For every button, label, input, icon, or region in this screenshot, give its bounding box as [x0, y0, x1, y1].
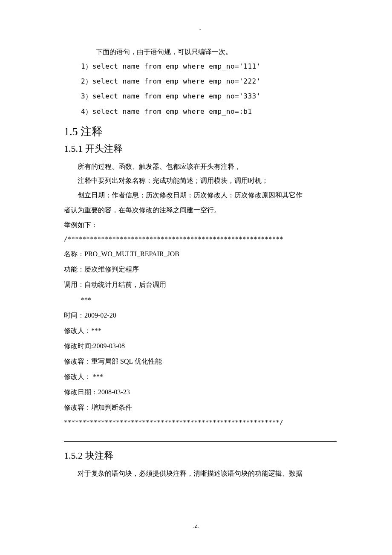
paragraph-3a: 创立日期；作者信息；历次修改日期；历次修改人；历次修改原因和其它作	[64, 188, 337, 202]
heading-1-5: 1.5 注释	[64, 124, 337, 139]
comment-call: 调用：自动统计月结前，后台调用	[64, 277, 337, 292]
section-divider	[64, 441, 337, 442]
header-mark: -	[64, 26, 337, 32]
paragraph-4: 对于复杂的语句块，必须提供块注释，清晰描述该语句块的功能逻辑、数据	[64, 466, 337, 481]
comment-modifier-2: 修改人： ***	[64, 369, 337, 384]
comment-name: 名称：PRO_WO_MULTI_REPAIR_JOB	[64, 246, 337, 262]
comment-triple-star: ***	[81, 292, 337, 308]
comment-modcontent-2: 修改容：增加判断条件	[64, 400, 337, 415]
footer-right-mark: z.	[195, 523, 199, 529]
heading-1-5-2: 1.5.2 块注释	[64, 449, 337, 462]
comment-moddate-2: 修改日期：2008-03-23	[64, 384, 337, 400]
document-page: - 下面的语句，由于语句规，可以只编译一次。 1）select name fro…	[0, 0, 392, 498]
code-line-3: 3）select name from emp where emp_no='333…	[81, 89, 337, 104]
comment-modcontent-1: 修改容：重写局部 SQL 优化性能	[64, 354, 337, 369]
code-line-2: 2）select name from emp where emp_no='222…	[81, 74, 337, 89]
intro-text: 下面的语句，由于语句规，可以只编译一次。	[96, 45, 337, 59]
paragraph-2: 注释中要列出对象名称；完成功能简述；调用模块，调用时机；	[64, 173, 337, 188]
code-line-1: 1）select name from emp where emp_no='111…	[81, 59, 337, 74]
comment-time: 时间：2009-02-20	[64, 308, 337, 323]
comment-function: 功能：屡次维修判定程序	[64, 262, 337, 277]
page-footer: .z.	[0, 523, 392, 529]
comment-open-stars: /***************************************…	[64, 232, 337, 246]
comment-close-stars: ****************************************…	[64, 415, 337, 430]
code-line-4: 4）select name from emp where emp_no=:b1	[81, 104, 337, 119]
paragraph-1: 所有的过程、函数、触发器、包都应该在开头有注释，	[64, 159, 337, 174]
example-label: 举例如下：	[64, 218, 337, 232]
heading-1-5-1: 1.5.1 开头注释	[64, 142, 337, 155]
paragraph-3b: 者认为重要的容，在每次修改的注释之间建一空行。	[64, 202, 337, 218]
comment-modtime-1: 修改时间:2009-03-08	[64, 338, 337, 354]
comment-modifier-1: 修改人：***	[64, 323, 337, 338]
